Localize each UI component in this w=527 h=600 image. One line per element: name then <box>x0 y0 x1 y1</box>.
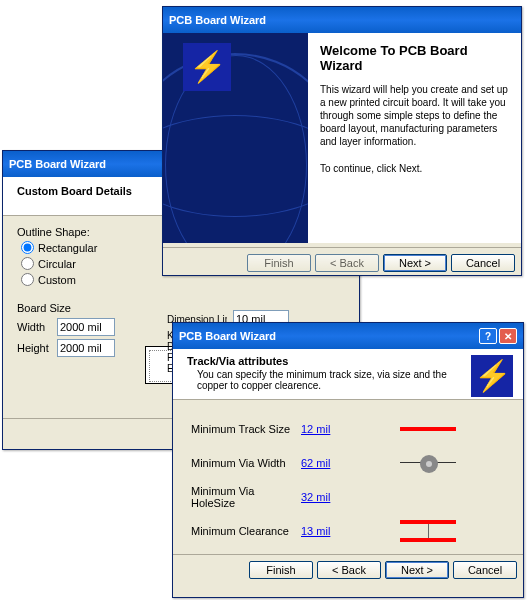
wizard-side-graphic: ⚡ <box>163 33 308 243</box>
window-title: PCB Board Wizard <box>179 330 276 342</box>
via-width-diagram-icon <box>351 453 505 473</box>
continue-hint: To continue, click Next. <box>320 162 509 175</box>
height-input[interactable] <box>57 339 115 357</box>
track-diagram-icon <box>351 427 505 431</box>
window-title: PCB Board Wizard <box>9 158 106 170</box>
min-via-hole-row: Minimum Via HoleSize 32 mil <box>191 480 505 514</box>
width-label: Width <box>17 321 51 333</box>
min-clearance-row: Minimum Clearance 13 mil <box>191 514 505 548</box>
attr-value-link[interactable]: 62 mil <box>301 457 351 469</box>
attr-value-link[interactable]: 13 mil <box>301 525 351 537</box>
header-heading: Track/Via attributes <box>187 355 471 367</box>
welcome-heading: Welcome To PCB Board Wizard <box>320 43 509 73</box>
attr-value-link[interactable]: 32 mil <box>301 491 351 503</box>
logo-icon: ⚡ <box>471 355 513 397</box>
cancel-button[interactable]: Cancel <box>451 254 515 272</box>
attr-label: Minimum Clearance <box>191 525 301 537</box>
back-button[interactable]: < Back <box>317 561 381 579</box>
header-text: Custom Board Details <box>17 185 132 197</box>
finish-button[interactable]: Finish <box>249 561 313 579</box>
min-track-row: Minimum Track Size 12 mil <box>191 412 505 446</box>
radio-input[interactable] <box>21 241 34 254</box>
track-via-wizard-window: PCB Board Wizard ? ✕ Track/Via attribute… <box>172 322 524 598</box>
wizard-header: Track/Via attributes You can specify the… <box>173 349 523 400</box>
titlebar[interactable]: PCB Board Wizard <box>163 7 521 33</box>
attr-label: Minimum Track Size <box>191 423 301 435</box>
attr-label: Minimum Via Width <box>191 457 301 469</box>
logo-icon: ⚡ <box>183 43 231 91</box>
next-button[interactable]: Next > <box>383 254 447 272</box>
back-button[interactable]: < Back <box>315 254 379 272</box>
radio-input[interactable] <box>21 273 34 286</box>
welcome-description: This wizard will help you create and set… <box>320 83 509 148</box>
titlebar[interactable]: PCB Board Wizard ? ✕ <box>173 323 523 349</box>
welcome-wizard-window: PCB Board Wizard ⚡ Welcome To PCB Board … <box>162 6 522 276</box>
help-icon[interactable]: ? <box>479 328 497 344</box>
window-title: PCB Board Wizard <box>169 14 266 26</box>
cancel-button[interactable]: Cancel <box>453 561 517 579</box>
clearance-diagram-icon <box>351 520 505 542</box>
finish-button[interactable]: Finish <box>247 254 311 272</box>
next-button[interactable]: Next > <box>385 561 449 579</box>
min-via-width-row: Minimum Via Width 62 mil <box>191 446 505 480</box>
radio-input[interactable] <box>21 257 34 270</box>
height-label: Height <box>17 342 51 354</box>
header-sub: You can specify the minimum track size, … <box>187 369 471 391</box>
attr-value-link[interactable]: 12 mil <box>301 423 351 435</box>
close-icon[interactable]: ✕ <box>499 328 517 344</box>
attr-label: Minimum Via HoleSize <box>191 485 301 509</box>
width-input[interactable] <box>57 318 115 336</box>
